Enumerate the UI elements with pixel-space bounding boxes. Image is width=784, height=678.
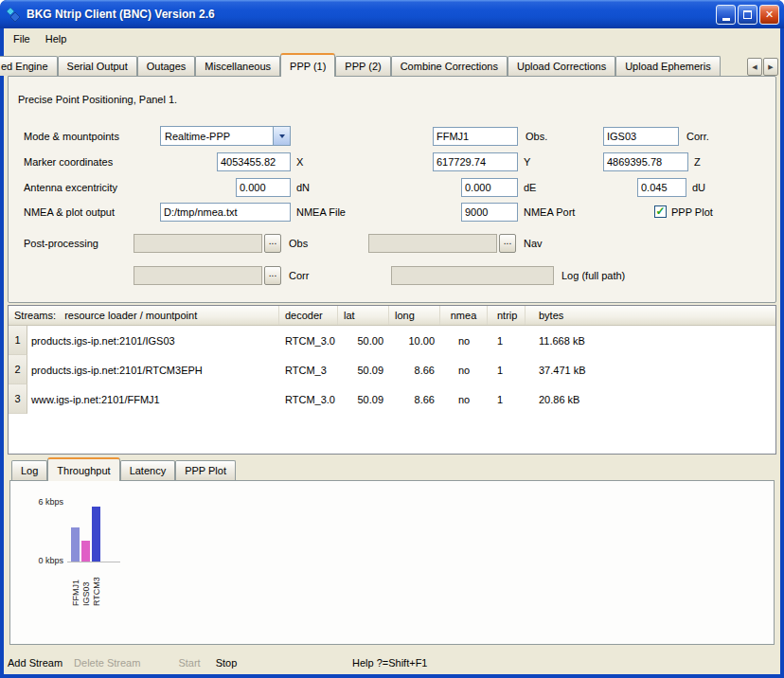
marker-x-input[interactable] (217, 152, 291, 171)
cell-long: 8.66 (389, 355, 440, 384)
table-row[interactable]: 1 products.igs-ip.net:2101/IGS03 RTCM_3.… (9, 326, 775, 355)
cell-nmea: no (440, 355, 488, 384)
bar-igs03 (81, 541, 90, 562)
antenna-excentricity-label: Antenna excentricity (24, 178, 117, 197)
app-icon (5, 6, 22, 23)
tab-miscellaneous[interactable]: Miscellaneous (195, 56, 280, 76)
cell-ntrip: 1 (488, 326, 526, 355)
antenna-du-input[interactable] (637, 178, 686, 197)
x-axis-tick-label: IGS03 (81, 566, 92, 606)
dn-label: dN (296, 178, 310, 197)
header-streams[interactable]: Streams: resource loader / mountpoint (9, 306, 279, 325)
header-lat[interactable]: lat (338, 306, 389, 325)
post-nav-label: Nav (524, 234, 543, 253)
tab-upload-ephemeris[interactable]: Upload Ephemeris (615, 56, 721, 76)
main-tab-bar: ed Engine Serial Output Outages Miscella… (4, 56, 780, 76)
nmea-file-input[interactable] (160, 203, 291, 222)
header-nmea[interactable]: nmea (440, 306, 488, 325)
panel-title: Precise Point Positioning, Panel 1. (18, 90, 177, 109)
header-ntrip[interactable]: ntrip (488, 306, 526, 325)
tab-upload-corrections[interactable]: Upload Corrections (508, 56, 615, 76)
tab-ppp-1[interactable]: PPP (1) (280, 53, 335, 77)
delete-stream-button: Delete Stream (70, 657, 144, 669)
arrow-left-icon: ◀ (752, 63, 757, 71)
post-corr-label: Corr (289, 266, 309, 285)
header-decoder[interactable]: decoder (279, 306, 338, 325)
streams-table: Streams: resource loader / mountpoint de… (8, 305, 776, 455)
tab-throughput[interactable]: Throughput (47, 457, 119, 481)
mode-mountpoints-label: Mode & mountpoints (24, 127, 119, 146)
chart-bars (71, 503, 100, 562)
close-button[interactable]: ✕ (759, 5, 779, 25)
row-number: 2 (9, 355, 27, 384)
title-bar[interactable]: BKG Ntrip Client (BNC) Version 2.6 ✕ (0, 0, 784, 28)
x-axis-line (67, 562, 120, 562)
tab-serial-output[interactable]: Serial Output (58, 56, 137, 76)
ppp-plot-label: PPP Plot (671, 203, 713, 222)
ppp-panel: Precise Point Positioning, Panel 1. Mode… (8, 76, 776, 303)
maximize-button[interactable] (738, 5, 757, 25)
bottom-section: Log Throughput Latency PPP Plot 6 kbps 0… (8, 459, 776, 647)
tab-scroll-left-button[interactable]: ◀ (747, 58, 762, 76)
nmea-port-input[interactable] (461, 203, 518, 222)
tab-latency[interactable]: Latency (120, 460, 176, 480)
cell-nmea: no (440, 326, 488, 355)
window-title: BKG Ntrip Client (BNC) Version 2.6 (27, 8, 716, 21)
cell-decoder: RTCM_3 (279, 355, 338, 384)
cell-mountpoint: products.igs-ip.net:2101/RTCM3EPH (27, 355, 279, 384)
marker-y-input[interactable] (433, 152, 518, 171)
post-nav-browse-button[interactable]: ... (499, 234, 516, 253)
post-corr-input (134, 266, 262, 285)
stop-button[interactable]: Stop (212, 657, 241, 669)
tab-outages[interactable]: Outages (137, 56, 196, 76)
corr-mountpoint-input[interactable] (603, 127, 679, 146)
ppp-plot-checkbox[interactable]: ✓ (654, 205, 667, 218)
nmea-port-label: NMEA Port (524, 203, 575, 222)
post-nav-input (368, 234, 497, 253)
mode-combobox-dropdown-button[interactable] (273, 127, 290, 145)
y-label: Y (524, 152, 530, 171)
table-row[interactable]: 2 products.igs-ip.net:2101/RTCM3EPH RTCM… (9, 355, 775, 384)
table-row[interactable]: 3 www.igs-ip.net:2101/FFMJ1 RTCM_3.0 50.… (9, 384, 775, 414)
post-log-label: Log (full path) (561, 266, 625, 285)
cell-nmea: no (440, 384, 488, 414)
tab-log[interactable]: Log (11, 460, 47, 480)
tab-ppp-plot[interactable]: PPP Plot (175, 460, 236, 480)
header-long[interactable]: long (389, 306, 440, 325)
help-button[interactable]: Help ?=Shift+F1 (348, 657, 432, 669)
add-stream-button[interactable]: Add Stream (4, 657, 66, 669)
menu-help[interactable]: Help (38, 30, 75, 47)
minimize-button[interactable] (716, 5, 736, 25)
header-bytes[interactable]: bytes (526, 306, 775, 325)
cell-mountpoint: www.igs-ip.net:2101/FFMJ1 (27, 384, 279, 414)
start-button: Start (174, 657, 204, 669)
x-axis-tick-label: RTCM3 (92, 566, 102, 606)
marker-z-input[interactable] (603, 152, 688, 171)
cell-bytes: 20.86 kB (526, 384, 775, 414)
obs-mountpoint-input[interactable] (433, 127, 518, 146)
antenna-de-input[interactable] (461, 178, 518, 197)
post-obs-label: Obs (289, 234, 308, 253)
status-bar: Add Stream Delete Stream Start Stop Help… (4, 651, 780, 674)
cell-lat: 50.00 (338, 326, 389, 355)
menu-file[interactable]: File (6, 30, 38, 47)
antenna-dn-input[interactable] (236, 178, 291, 197)
cell-long: 8.66 (389, 384, 440, 414)
cell-mountpoint: products.igs-ip.net:2101/IGS03 (27, 326, 279, 355)
window-body: File Help ed Engine Serial Output Outage… (4, 28, 780, 674)
minimize-icon (722, 18, 730, 21)
tab-combine-corrections[interactable]: Combine Corrections (391, 56, 508, 76)
post-obs-browse-button[interactable]: ... (264, 234, 281, 253)
post-corr-browse-button[interactable]: ... (264, 266, 281, 285)
du-label: dU (692, 178, 705, 197)
tab-feed-engine[interactable]: ed Engine (0, 56, 58, 76)
marker-coordinates-label: Marker coordinates (24, 152, 113, 171)
bar-rtcm3 (92, 507, 100, 562)
menu-bar: File Help (4, 28, 780, 49)
mode-combobox[interactable]: Realtime-PPP (160, 126, 291, 146)
arrow-right-icon: ▶ (768, 63, 773, 71)
cell-decoder: RTCM_3.0 (279, 326, 338, 355)
tab-scroll-right-button[interactable]: ▶ (763, 58, 778, 76)
post-processing-label: Post-processing (24, 234, 98, 253)
tab-ppp-2[interactable]: PPP (2) (335, 56, 390, 76)
